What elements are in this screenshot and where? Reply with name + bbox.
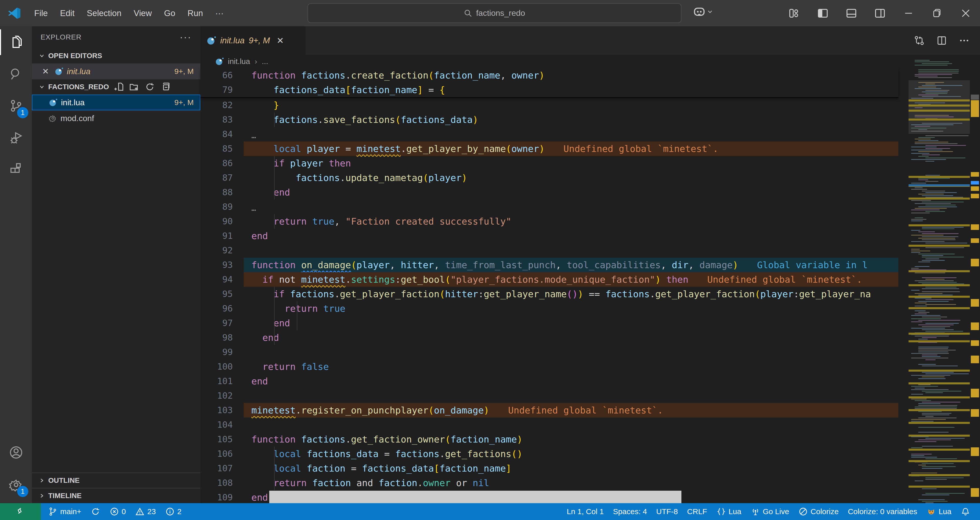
line-content: end xyxy=(244,330,898,345)
close-icon[interactable] xyxy=(951,0,980,26)
activity-source-control[interactable]: 1 xyxy=(0,90,32,122)
new-file-icon[interactable] xyxy=(113,82,123,92)
code-line-106[interactable]: 106 local factions_data = factions.get_f… xyxy=(200,447,898,461)
file-item-mod-conf[interactable]: mod.conf xyxy=(32,110,200,126)
code-line-66[interactable]: 66function factions.create_faction(facti… xyxy=(200,68,898,82)
code-line-89[interactable]: 89⋯ xyxy=(200,200,898,214)
menu-selection[interactable]: Selection xyxy=(81,5,127,22)
code-line-105[interactable]: 105function factions.get_faction_owner(f… xyxy=(200,432,898,447)
status-spaces-4[interactable]: Spaces: 4 xyxy=(608,503,652,520)
breadcrumb-file[interactable]: init.lua xyxy=(228,57,250,66)
menu-edit[interactable]: Edit xyxy=(54,5,81,22)
status-2[interactable]: 2 xyxy=(161,503,186,520)
activity-run-debug[interactable] xyxy=(0,122,32,154)
minimize-icon[interactable] xyxy=(894,0,923,26)
code-line-97[interactable]: 97 end xyxy=(200,316,898,330)
code-line-90[interactable]: 90 return true, "Faction created success… xyxy=(200,214,898,229)
layout-icon[interactable] xyxy=(780,0,808,26)
restore-icon[interactable] xyxy=(923,0,951,26)
activity-accounts[interactable] xyxy=(0,437,32,469)
section-outline[interactable]: OUTLINE xyxy=(32,472,200,488)
status-crlf[interactable]: CRLF xyxy=(682,503,711,520)
copilot-menu[interactable] xyxy=(692,5,714,19)
workspace-header[interactable]: FACTIONS_REDO xyxy=(32,79,200,95)
scrollbar-slider[interactable] xyxy=(971,95,979,100)
open-changes-icon[interactable] xyxy=(914,35,925,46)
status-colorize[interactable]: Colorize xyxy=(794,503,843,520)
menu-run[interactable]: Run xyxy=(181,5,209,22)
code-line-103[interactable]: 103minetest.register_on_punchplayer(on_d… xyxy=(200,403,898,417)
code-line-82[interactable]: 82 } xyxy=(200,98,898,113)
code-line-88[interactable]: 88 end xyxy=(200,185,898,200)
status-sync-icon[interactable] xyxy=(86,503,105,520)
code-line-92[interactable]: 92 xyxy=(200,243,898,258)
command-center-search[interactable]: factions_redo xyxy=(307,3,681,23)
code-line-107[interactable]: 107 local faction = factions_data[factio… xyxy=(200,461,898,476)
code-line-98[interactable]: 98 end xyxy=(200,330,898,345)
status-label: main+ xyxy=(60,507,81,516)
open-editors-header[interactable]: OPEN EDITORS xyxy=(32,48,200,63)
code-line-95[interactable]: 95 if factions.get_player_faction(hitter… xyxy=(200,287,898,301)
toggle-sidebar-icon[interactable] xyxy=(808,0,837,26)
code-line-100[interactable]: 100 return false xyxy=(200,360,898,374)
status-go-live[interactable]: Go Live xyxy=(746,503,794,520)
code-line-96[interactable]: 96 return true xyxy=(200,301,898,316)
collapse-icon[interactable] xyxy=(161,82,171,92)
code-line-109[interactable]: 109end xyxy=(200,490,898,503)
status-main-[interactable]: main+ xyxy=(43,503,86,520)
activity-settings[interactable]: 1 xyxy=(0,469,32,501)
new-folder-icon[interactable] xyxy=(129,82,139,92)
breadcrumb-symbol[interactable]: ... xyxy=(262,57,268,66)
overview-ruler[interactable] xyxy=(970,55,980,503)
code-line-79[interactable]: 79 factions_data[faction_name] = { xyxy=(200,82,898,97)
menu-go[interactable]: Go xyxy=(158,5,181,22)
toggle-panel-icon[interactable] xyxy=(837,0,865,26)
status-0[interactable]: 0 xyxy=(105,503,130,520)
tab-init-lua[interactable]: init.lua 9+, M ✕ xyxy=(200,26,305,55)
split-editor-icon[interactable] xyxy=(936,35,947,46)
code-line-91[interactable]: 91end xyxy=(200,229,898,243)
code-line-108[interactable]: 108 return faction and faction.owner or … xyxy=(200,476,898,490)
status-colorize-0-variables[interactable]: Colorize: 0 variables xyxy=(843,503,922,520)
activity-search[interactable] xyxy=(0,58,32,90)
tab-close-icon[interactable]: ✕ xyxy=(277,35,284,46)
code-line-86[interactable]: 86 if player then xyxy=(200,156,898,171)
toggle-secondary-sidebar-icon[interactable] xyxy=(865,0,894,26)
code-line-83[interactable]: 83 factions.save_factions(factions_data) xyxy=(200,113,898,127)
status-ln-1-col-1[interactable]: Ln 1, Col 1 xyxy=(562,503,608,520)
line-number: 96 xyxy=(200,301,244,316)
code-line-104[interactable]: 104 xyxy=(200,417,898,432)
code-line-101[interactable]: 101end xyxy=(200,374,898,388)
status-utf-8[interactable]: UTF-8 xyxy=(652,503,682,520)
minimap[interactable] xyxy=(908,55,970,503)
code-line-99[interactable]: 99 xyxy=(200,345,898,360)
code-area[interactable]: 82 }83 factions.save_factions(factions_d… xyxy=(200,98,898,503)
code-line-93[interactable]: 93function on_damage(player, hitter, tim… xyxy=(200,258,898,272)
code-line-102[interactable]: 102 xyxy=(200,388,898,403)
status-lua[interactable]: Lua xyxy=(922,503,956,520)
activity-extensions[interactable] xyxy=(0,154,32,185)
code-line-94[interactable]: 94 if not minetest.settings:get_bool("pl… xyxy=(200,272,898,287)
code-line-87[interactable]: 87 factions.update_nametag(player) xyxy=(200,171,898,185)
code-line-84[interactable]: 84⋯ xyxy=(200,127,898,141)
remote-indicator[interactable] xyxy=(0,503,41,520)
open-editor-item[interactable]: ✕init.lua9+, M xyxy=(32,63,200,79)
status-23[interactable]: 23 xyxy=(130,503,160,520)
more-actions-icon[interactable] xyxy=(959,35,970,46)
code-line-85[interactable]: 85 local player = minetest.get_player_by… xyxy=(200,141,898,156)
close-icon[interactable]: ✕ xyxy=(42,67,49,76)
section-timeline[interactable]: TIMELINE xyxy=(32,488,200,503)
refresh-icon[interactable] xyxy=(145,82,155,92)
status-bell-icon[interactable] xyxy=(956,503,975,520)
activity-explorer[interactable] xyxy=(0,26,32,58)
status-lua[interactable]: Lua xyxy=(712,503,746,520)
explorer-more-actions[interactable]: ··· xyxy=(180,32,192,43)
menu-[interactable]: ··· xyxy=(209,5,230,22)
menu-file[interactable]: File xyxy=(28,5,54,22)
menu-view[interactable]: View xyxy=(127,5,158,22)
line-content: return true xyxy=(244,301,898,316)
breadcrumb[interactable]: init.lua › ... xyxy=(200,55,980,68)
ruler-warning-mark xyxy=(971,409,979,417)
file-item-init-lua[interactable]: init.lua9+, M xyxy=(32,95,200,110)
ruler-warning-mark xyxy=(971,194,979,198)
